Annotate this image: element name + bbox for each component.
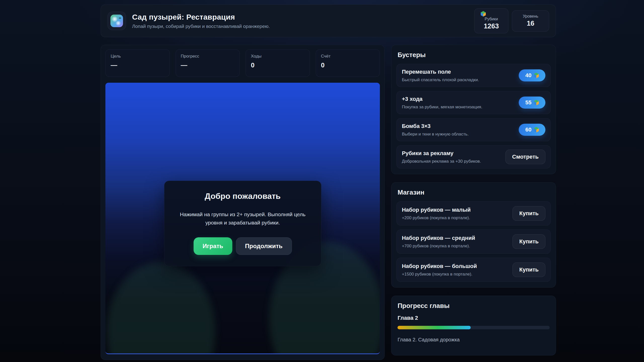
- boosters-panel: Бустеры Перемешать поле Быстрый спасател…: [391, 45, 556, 174]
- booster-extra-moves-text: +3 хода Покупка за рубики, мягкая монети…: [402, 96, 482, 110]
- sidebar: Бустеры Перемешать поле Быстрый спасател…: [391, 45, 556, 362]
- cube-icon: [534, 73, 539, 78]
- welcome-title: Добро пожаловать: [174, 192, 311, 201]
- shop-pack-large-name: Набор рубиков — большой: [402, 263, 477, 269]
- shop-pack-large-text: Набор рубиков — большой +1500 рубиков (п…: [402, 263, 477, 277]
- buy-small-pack-button[interactable]: Купить: [512, 206, 545, 221]
- stat-progress-value: —: [181, 61, 235, 69]
- booster-ad-rubies: Рубики за рекламу Добровольная реклама з…: [396, 145, 551, 168]
- level-value: 16: [518, 20, 543, 27]
- stat-score: Счёт 0: [316, 49, 380, 77]
- booster-ad-rubies-name: Рубики за рекламу: [402, 150, 481, 157]
- bubble-logo-icon: [110, 15, 123, 27]
- stat-moves-value: 0: [251, 61, 305, 69]
- shop-pack-medium-text: Набор рубиков — средний +700 рубиков (по…: [402, 235, 475, 249]
- header-text: Сад пузырей: Реставрация Лопай пузыри, с…: [132, 13, 270, 29]
- booster-shuffle-text: Перемешать поле Быстрый спасатель плохой…: [402, 69, 479, 82]
- stats-row: Цель — Прогресс — Ходы 0 Счёт 0: [105, 49, 380, 77]
- bubble-blob-left: [107, 262, 215, 354]
- chapter-name: Глава 2: [397, 315, 550, 321]
- shop-pack-large: Набор рубиков — большой +1500 рубиков (п…: [396, 258, 551, 282]
- booster-shuffle: Перемешать поле Быстрый спасатель плохой…: [396, 64, 551, 87]
- stat-progress-label: Прогресс: [181, 54, 235, 59]
- booster-bomb-buy-button[interactable]: 60: [519, 124, 545, 136]
- boosters-list: Перемешать поле Быстрый спасатель плохой…: [396, 64, 551, 168]
- buy-large-pack-button[interactable]: Купить: [512, 262, 545, 277]
- stat-score-label: Счёт: [321, 54, 375, 59]
- stat-goal-value: —: [111, 61, 165, 69]
- booster-bomb-name: Бомба 3×3: [402, 123, 469, 129]
- booster-ad-rubies-desc: Добровольная реклама за +30 рубиков.: [402, 159, 481, 164]
- continue-button[interactable]: Продолжить: [236, 237, 292, 255]
- booster-shuffle-buy-button[interactable]: 40: [519, 69, 545, 81]
- shop-pack-small-name: Набор рубиков — малый: [402, 207, 471, 213]
- shop-list: Набор рубиков — малый +200 рубиков (поку…: [396, 201, 551, 282]
- shop-pack-small: Набор рубиков — малый +200 рубиков (поку…: [396, 201, 551, 225]
- booster-bomb: Бомба 3×3 Выбери и ткни в нужную область…: [396, 118, 551, 141]
- cube-icon: [534, 127, 539, 132]
- chapter-title: Прогресс главы: [397, 302, 550, 310]
- shop-pack-medium: Набор рубиков — средний +700 рубиков (по…: [396, 230, 551, 254]
- welcome-body: Нажимай на группы из 2+ пузырей. Выполня…: [174, 210, 311, 227]
- booster-extra-moves-name: +3 хода: [402, 96, 482, 102]
- level-badge: Уровень 16: [512, 10, 549, 32]
- booster-shuffle-price: 40: [525, 72, 531, 79]
- booster-bomb-desc: Выбери и ткни в нужную область.: [402, 132, 469, 137]
- cube-icon: [534, 100, 539, 105]
- buy-medium-pack-button[interactable]: Купить: [512, 234, 545, 249]
- chapter-progress-bar: [397, 326, 550, 329]
- app-container: Сад пузырей: Реставрация Лопай пузыри, с…: [101, 5, 556, 362]
- booster-extra-moves-price: 55: [525, 99, 531, 106]
- booster-ad-rubies-text: Рубики за рекламу Добровольная реклама з…: [402, 150, 481, 164]
- booster-extra-moves: +3 хода Покупка за рубики, мягкая монети…: [396, 91, 551, 114]
- stat-moves: Ходы 0: [246, 49, 310, 77]
- rubies-value: 1263: [478, 22, 504, 30]
- chapter-panel: Прогресс главы Глава 2 Глава 2. Садовая …: [391, 296, 556, 355]
- stat-moves-label: Ходы: [251, 54, 305, 59]
- booster-extra-moves-buy-button[interactable]: 55: [519, 97, 545, 109]
- shop-pack-medium-desc: +700 рубиков (покупка в портале).: [402, 244, 475, 249]
- header-badges: Рубики 1263 Уровень 16: [474, 8, 549, 33]
- level-label: Уровень: [518, 14, 543, 19]
- booster-shuffle-desc: Быстрый спасатель плохой раскладки.: [402, 77, 479, 82]
- main-columns: Цель — Прогресс — Ходы 0 Счёт 0: [101, 45, 556, 362]
- stat-goal: Цель —: [105, 49, 170, 77]
- welcome-actions: Играть Продолжить: [174, 237, 311, 255]
- play-button[interactable]: Играть: [193, 237, 232, 255]
- shop-pack-medium-name: Набор рубиков — средний: [402, 235, 475, 241]
- rubies-label: Рубики: [478, 17, 504, 21]
- stat-goal-label: Цель: [111, 54, 165, 59]
- game-panel: Цель — Прогресс — Ходы 0 Счёт 0: [101, 45, 385, 360]
- chapter-caption: Глава 2. Садовая дорожка: [397, 337, 550, 343]
- app-header: Сад пузырей: Реставрация Лопай пузыри, с…: [101, 5, 556, 37]
- watch-ad-button[interactable]: Смотреть: [505, 150, 545, 164]
- boosters-title: Бустеры: [397, 51, 550, 59]
- shop-pack-small-desc: +200 рубиков (покупка в портале).: [402, 215, 471, 220]
- shop-panel: Магазин Набор рубиков — малый +200 рубик…: [391, 182, 556, 288]
- stat-score-value: 0: [321, 61, 375, 69]
- booster-shuffle-name: Перемешать поле: [402, 69, 479, 75]
- booster-bomb-text: Бомба 3×3 Выбери и ткни в нужную область…: [402, 123, 469, 137]
- stat-progress: Прогресс —: [176, 49, 240, 77]
- booster-bomb-price: 60: [525, 126, 531, 133]
- ruby-cube-icon: [480, 11, 486, 17]
- page-title: Сад пузырей: Реставрация: [132, 13, 270, 21]
- game-canvas[interactable]: Добро пожаловать Нажимай на группы из 2+…: [105, 83, 380, 354]
- shop-pack-large-desc: +1500 рубиков (покупка в портале).: [402, 272, 477, 277]
- welcome-modal: Добро пожаловать Нажимай на группы из 2+…: [164, 181, 321, 266]
- shop-title: Магазин: [397, 189, 550, 196]
- booster-extra-moves-desc: Покупка за рубики, мягкая монетизация.: [402, 105, 482, 110]
- app-logo: [107, 12, 126, 30]
- page-subtitle: Лопай пузыри, собирай рубики и восстанав…: [132, 24, 270, 29]
- page-background: Сад пузырей: Реставрация Лопай пузыри, с…: [0, 0, 644, 362]
- shop-pack-small-text: Набор рубиков — малый +200 рубиков (поку…: [402, 207, 471, 220]
- rubies-badge: Рубики 1263: [474, 8, 508, 33]
- chapter-progress-fill: [397, 326, 470, 329]
